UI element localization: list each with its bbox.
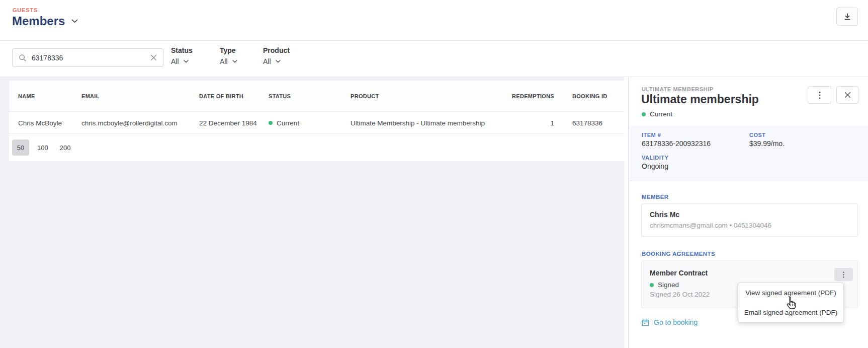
column-header-email: EMAIL xyxy=(81,81,100,112)
agreement-name: Member Contract xyxy=(650,269,708,277)
menu-item-email-signed-agreement[interactable]: Email signed agreement (PDF) xyxy=(738,303,843,322)
menu-item-view-signed-agreement[interactable]: View signed agreement (PDF) xyxy=(738,283,843,303)
close-icon xyxy=(844,92,851,98)
filter-status: Status All xyxy=(171,46,193,65)
status-filter-label: Status xyxy=(171,46,193,54)
chevron-down-icon xyxy=(232,60,237,63)
chevron-down-icon xyxy=(276,60,281,63)
status-filter-select[interactable]: All xyxy=(171,57,193,65)
cell-name: Chris McBoyle xyxy=(18,112,62,134)
page-title-menu[interactable]: Members xyxy=(12,14,78,28)
column-header-booking-id: BOOKING ID xyxy=(572,81,607,112)
table-header-row: NAME EMAIL DATE OF BIRTH STATUS PRODUCT … xyxy=(9,81,624,112)
members-table: NAME EMAIL DATE OF BIRTH STATUS PRODUCT … xyxy=(9,81,624,161)
cost-value: $39.99/mo. xyxy=(749,140,785,148)
panel-eyebrow: ULTIMATE MEMBERSHIP xyxy=(642,86,714,92)
cost-label: COST xyxy=(749,132,766,138)
validity-value: Ongoing xyxy=(642,162,668,170)
cell-email: chris.mcboyle@rollerdigital.com xyxy=(81,112,178,134)
close-icon xyxy=(150,54,157,61)
filter-product: Product All xyxy=(263,46,290,65)
page-size-200[interactable]: 200 xyxy=(56,140,74,156)
chevron-down-icon xyxy=(71,19,78,23)
agreement-context-menu: View signed agreement (PDF) Email signed… xyxy=(738,283,844,323)
status-text: Current xyxy=(277,119,299,127)
member-contact: chrismcmans@gmail.com • 0451304046 xyxy=(650,222,771,229)
column-header-product: PRODUCT xyxy=(351,81,379,112)
header-divider xyxy=(0,40,868,41)
membership-details-section: ITEM # 63178336-200932316 COST $39.99/mo… xyxy=(629,126,868,181)
panel-status: Current xyxy=(642,110,672,118)
product-filter-value: All xyxy=(263,57,271,65)
booking-agreements-label: BOOKING AGREEMENTS xyxy=(642,251,715,257)
status-dot xyxy=(269,121,273,125)
search-icon xyxy=(19,54,27,62)
status-dot xyxy=(642,112,646,116)
page-title: Members xyxy=(12,14,65,28)
type-filter-select[interactable]: All xyxy=(220,57,237,65)
go-to-booking-label: Go to booking xyxy=(654,318,698,326)
column-header-dob: DATE OF BIRTH xyxy=(199,81,243,112)
agreement-status: Signed xyxy=(650,281,679,289)
guests-eyebrow: GUESTS xyxy=(13,7,38,13)
column-header-redemptions: REDEMPTIONS xyxy=(512,81,554,112)
calendar-icon xyxy=(642,319,649,326)
page-size-100[interactable]: 100 xyxy=(34,140,52,156)
cell-booking-id: 63178336 xyxy=(572,112,602,134)
panel-status-text: Current xyxy=(650,110,672,118)
agreement-status-text: Signed xyxy=(658,281,679,289)
product-filter-select[interactable]: All xyxy=(263,57,290,65)
page-size-50[interactable]: 50 xyxy=(12,140,29,156)
type-filter-label: Type xyxy=(220,46,237,54)
member-name: Chris Mc xyxy=(650,211,679,219)
search-input[interactable] xyxy=(32,54,145,62)
table-row[interactable]: Chris McBoyle chris.mcboyle@rollerdigita… xyxy=(9,112,624,134)
download-icon xyxy=(843,13,851,21)
cell-product: Ultimate Membership - Ultimate membershi… xyxy=(351,112,485,134)
product-filter-label: Product xyxy=(263,46,290,54)
panel-close-button[interactable] xyxy=(836,86,858,104)
item-number-label: ITEM # xyxy=(642,132,661,138)
cell-status: Current xyxy=(269,112,299,134)
kebab-icon xyxy=(843,271,844,278)
panel-title: Ultimate membership xyxy=(641,93,759,106)
validity-label: VALIDITY xyxy=(642,155,668,161)
member-section-label: MEMBER xyxy=(642,194,669,200)
download-button[interactable] xyxy=(836,8,858,26)
filter-type: Type All xyxy=(220,46,237,65)
cell-redemptions: 1 xyxy=(550,112,554,134)
agreement-kebab-button[interactable] xyxy=(834,268,853,281)
column-header-status: STATUS xyxy=(269,81,291,112)
column-header-name: NAME xyxy=(18,81,35,112)
member-card[interactable]: Chris Mc chrismcmans@gmail.com • 0451304… xyxy=(641,203,858,237)
cell-dob: 22 December 1984 xyxy=(199,112,257,134)
item-number-value: 63178336-200932316 xyxy=(642,140,711,148)
panel-kebab-button[interactable] xyxy=(808,86,831,104)
agreement-signed-date: Signed 26 Oct 2022 xyxy=(650,291,710,298)
status-dot xyxy=(650,283,654,287)
chevron-down-icon xyxy=(184,60,189,63)
go-to-booking-link[interactable]: Go to booking xyxy=(642,318,698,326)
type-filter-value: All xyxy=(220,57,228,65)
kebab-icon xyxy=(819,91,821,99)
clear-search-button[interactable] xyxy=(150,54,157,61)
status-filter-value: All xyxy=(171,57,179,65)
page-size-selector: 50 100 200 xyxy=(12,134,74,161)
search-box[interactable] xyxy=(12,48,163,67)
